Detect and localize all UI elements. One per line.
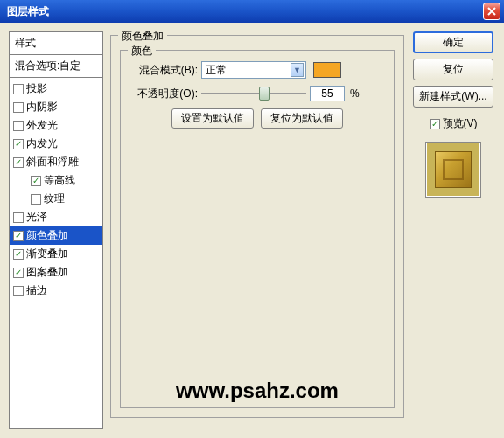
- color-subgroup: 颜色 混合模式(B): 正常 ▼ 不透明度(O):: [120, 50, 395, 408]
- checkbox-icon[interactable]: ✓: [13, 268, 24, 278]
- opacity-slider[interactable]: [201, 86, 306, 101]
- right-column: 确定 复位 新建样式(W)... ✓ 预览(V): [411, 31, 495, 429]
- style-item-label: 内发光: [26, 136, 58, 151]
- ok-button[interactable]: 确定: [413, 31, 494, 53]
- checkbox-icon: ✓: [430, 119, 440, 129]
- style-item-4[interactable]: ✓斜面和浮雕: [10, 153, 102, 171]
- opacity-row: 不透明度(O): 55 %: [130, 86, 385, 101]
- style-item-6[interactable]: 纹理: [10, 190, 102, 208]
- blend-mode-select[interactable]: 正常 ▼: [201, 61, 306, 79]
- checkbox-icon[interactable]: ✓: [31, 176, 41, 186]
- styles-list: 投影内阴影外发光✓内发光✓斜面和浮雕✓等高线纹理光泽✓颜色叠加✓渐变叠加✓图案叠…: [9, 78, 103, 429]
- checkbox-icon[interactable]: [13, 102, 24, 113]
- style-item-label: 颜色叠加: [26, 228, 68, 243]
- opacity-unit: %: [350, 87, 360, 100]
- style-item-1[interactable]: 内阴影: [10, 98, 102, 116]
- slider-thumb[interactable]: [259, 87, 270, 101]
- cancel-button[interactable]: 复位: [413, 59, 494, 80]
- set-default-button[interactable]: 设置为默认值: [172, 108, 254, 129]
- blend-mode-value: 正常: [206, 63, 227, 78]
- subgroup-legend: 颜色: [128, 44, 156, 59]
- style-item-label: 光泽: [26, 210, 47, 225]
- preview-thumbnail: [435, 151, 472, 188]
- checkbox-icon[interactable]: ✓: [13, 231, 24, 241]
- group-legend: 颜色叠加: [118, 29, 167, 44]
- center-panel: 颜色叠加 颜色 混合模式(B): 正常 ▼ 不透明度(O):: [110, 31, 404, 429]
- style-item-label: 等高线: [44, 173, 75, 188]
- checkbox-icon[interactable]: [13, 84, 24, 94]
- checkbox-icon[interactable]: [13, 286, 24, 296]
- checkbox-icon[interactable]: ✓: [13, 157, 24, 168]
- styles-column: 样式 混合选项:自定 投影内阴影外发光✓内发光✓斜面和浮雕✓等高线纹理光泽✓颜色…: [9, 31, 103, 429]
- style-item-10[interactable]: ✓图案叠加: [10, 263, 102, 282]
- preview-label: 预览(V): [443, 116, 478, 131]
- slider-track: [201, 93, 306, 94]
- preview-checkbox-row[interactable]: ✓ 预览(V): [430, 116, 478, 131]
- color-overlay-group: 颜色叠加 颜色 混合模式(B): 正常 ▼ 不透明度(O):: [110, 35, 404, 418]
- style-item-2[interactable]: 外发光: [10, 116, 102, 135]
- styles-header: 样式: [9, 31, 103, 55]
- reset-default-button[interactable]: 复位为默认值: [261, 108, 343, 129]
- style-item-label: 外发光: [26, 118, 58, 133]
- dialog-body: 样式 混合选项:自定 投影内阴影外发光✓内发光✓斜面和浮雕✓等高线纹理光泽✓颜色…: [0, 23, 504, 438]
- blend-mode-label: 混合模式(B):: [130, 63, 198, 78]
- style-item-0[interactable]: 投影: [10, 80, 102, 98]
- style-item-label: 内阴影: [26, 100, 58, 115]
- style-item-11[interactable]: 描边: [10, 282, 102, 300]
- watermark: www.psahz.com: [176, 379, 339, 403]
- style-item-8[interactable]: ✓颜色叠加: [10, 226, 102, 245]
- checkbox-icon[interactable]: [13, 212, 24, 223]
- window-title: 图层样式: [7, 4, 49, 19]
- preview-box: [425, 142, 481, 198]
- checkbox-icon[interactable]: [31, 194, 41, 205]
- style-item-7[interactable]: 光泽: [10, 208, 102, 226]
- new-style-button[interactable]: 新建样式(W)...: [413, 86, 494, 108]
- opacity-label: 不透明度(O):: [130, 87, 198, 101]
- checkbox-icon[interactable]: ✓: [13, 139, 24, 149]
- default-buttons-row: 设置为默认值 复位为默认值: [130, 108, 385, 129]
- style-item-label: 图案叠加: [26, 265, 68, 280]
- close-button[interactable]: [483, 3, 500, 20]
- style-item-5[interactable]: ✓等高线: [10, 171, 102, 190]
- style-item-label: 纹理: [44, 191, 65, 206]
- style-item-label: 描边: [26, 283, 47, 298]
- style-item-3[interactable]: ✓内发光: [10, 135, 102, 153]
- checkbox-icon[interactable]: ✓: [13, 249, 24, 260]
- checkbox-icon[interactable]: [13, 121, 24, 131]
- style-item-label: 投影: [26, 81, 47, 96]
- style-item-9[interactable]: ✓渐变叠加: [10, 245, 102, 263]
- titlebar: 图层样式: [0, 0, 504, 23]
- style-item-label: 斜面和浮雕: [26, 155, 79, 170]
- chevron-down-icon: ▼: [290, 63, 304, 77]
- blend-options-item[interactable]: 混合选项:自定: [9, 55, 103, 78]
- blend-mode-row: 混合模式(B): 正常 ▼: [130, 61, 385, 79]
- color-swatch[interactable]: [313, 62, 341, 78]
- style-item-label: 渐变叠加: [26, 247, 68, 261]
- opacity-input[interactable]: 55: [310, 86, 345, 101]
